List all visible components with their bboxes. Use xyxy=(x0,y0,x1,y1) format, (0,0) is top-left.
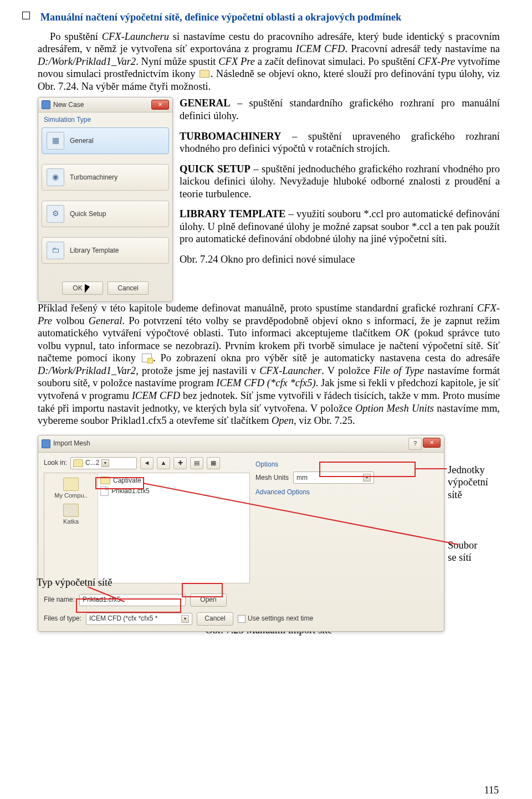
annotation-type: Typ výpočetní sítě xyxy=(37,576,112,589)
folder-icon xyxy=(200,70,209,78)
user-folder-icon xyxy=(63,504,79,517)
app-icon xyxy=(42,100,50,109)
cancel-button[interactable]: Cancel xyxy=(197,612,233,626)
use-next-label: Use settings next time xyxy=(248,614,313,623)
general-icon: ▦ xyxy=(47,132,64,150)
new-case-window: New Case ✕ Simulation Type ▦ General ◉ T… xyxy=(38,97,173,302)
checkbox[interactable] xyxy=(238,615,245,623)
annotation-units: Jednotky výpočetní sítě xyxy=(448,464,488,501)
ok-button[interactable]: OK xyxy=(62,281,103,295)
close-button[interactable]: ✕ xyxy=(151,100,169,110)
import-title: Import Mesh xyxy=(53,439,90,448)
sidebar-my-computer[interactable]: My Compu.. xyxy=(47,475,95,501)
turbo-icon: ◉ xyxy=(47,168,64,186)
sidebar-user[interactable]: Katka xyxy=(47,501,95,527)
folder-icon xyxy=(73,459,83,467)
paragraph-2: Příklad řešený v této kapitole budeme de… xyxy=(38,302,500,427)
back-button[interactable]: ◄ xyxy=(140,457,154,469)
view-list-button[interactable]: ▤ xyxy=(190,457,203,469)
file-browser: My Compu.. Katka Captivate xyxy=(44,473,250,583)
mesh-import-icon xyxy=(142,354,152,362)
section-heading: Manuální načtení výpočetní sítě, definic… xyxy=(40,12,402,23)
highlight-filetype xyxy=(76,598,181,613)
page-number: 115 xyxy=(484,785,499,797)
mesh-units-label: Mesh Units xyxy=(255,474,289,482)
computer-icon xyxy=(63,478,79,491)
look-in-combo[interactable]: C...2 ▾ xyxy=(70,457,137,469)
option-descriptions: GENERAL – spuštění standardního grafické… xyxy=(180,97,500,302)
import-titlebar: Import Mesh ? ✕ xyxy=(38,436,444,453)
option-library-template[interactable]: 🗀 Library Template xyxy=(42,237,169,264)
highlight-file xyxy=(95,477,144,489)
figure-caption-1: Obr. 7.24 Okno pro definici nové simulac… xyxy=(180,253,500,266)
annotation-line xyxy=(415,468,447,469)
simulation-type-label: Simulation Type xyxy=(38,112,172,125)
chevron-down-icon: ▾ xyxy=(101,459,109,467)
close-button[interactable]: ✕ xyxy=(423,438,441,448)
highlight-open xyxy=(182,583,223,597)
window-titlebar: New Case ✕ xyxy=(38,98,172,112)
filetype-label: Files of type: xyxy=(44,614,81,623)
help-button[interactable]: ? xyxy=(408,438,422,450)
cancel-button[interactable]: Cancel xyxy=(108,281,149,295)
look-in-label: Look in: xyxy=(44,459,67,467)
window-title: New Case xyxy=(53,101,84,109)
filetype-combo[interactable]: ICEM CFD (*cfx *cfx5 * ▾ xyxy=(86,613,192,625)
highlight-mesh-units xyxy=(319,462,416,477)
bullet-square-icon xyxy=(22,12,30,19)
paragraph-1: Po spuštění CFX-Launcheru si nastavíme c… xyxy=(38,30,500,93)
app-icon xyxy=(42,439,50,448)
option-general[interactable]: ▦ General xyxy=(42,127,169,154)
cursor-icon xyxy=(85,284,93,293)
view-detail-button[interactable]: ▦ xyxy=(207,457,220,469)
new-folder-button[interactable]: ✚ xyxy=(173,457,187,469)
chevron-down-icon: ▾ xyxy=(181,615,189,623)
library-icon: 🗀 xyxy=(47,242,64,259)
filename-label: File name: xyxy=(44,596,75,604)
advanced-options-label: Advanced Options xyxy=(255,488,438,496)
option-turbomachinery[interactable]: ◉ Turbomachinery xyxy=(42,164,169,191)
quick-icon: ⚙ xyxy=(47,205,64,223)
option-quick-setup[interactable]: ⚙ Quick Setup xyxy=(42,201,169,227)
up-button[interactable]: ▲ xyxy=(157,457,170,469)
